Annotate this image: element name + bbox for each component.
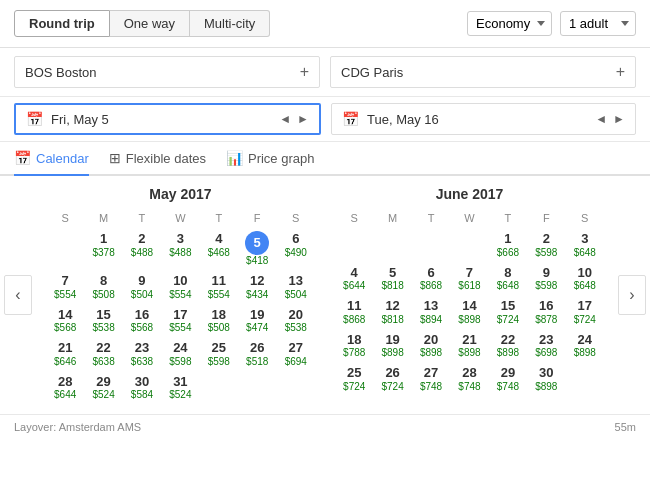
calendar-day-cell[interactable]: 27$748: [412, 362, 450, 396]
origin-input[interactable]: BOS Boston +: [14, 56, 320, 88]
calendar-day-cell[interactable]: 27$694: [277, 337, 315, 371]
calendar-day-cell[interactable]: 30$584: [123, 371, 161, 405]
day-number: 3: [161, 231, 199, 247]
calendar-day-cell[interactable]: 2$488: [123, 228, 161, 270]
calendar-day-cell[interactable]: 7$554: [46, 270, 84, 304]
calendar-day-cell[interactable]: 15$724: [489, 295, 527, 329]
calendar-day-cell[interactable]: 17$724: [566, 295, 604, 329]
class-select[interactable]: Economy Business First: [467, 11, 552, 36]
calendar-day-cell[interactable]: 26$724: [373, 362, 411, 396]
calendar-day-cell[interactable]: 20$538: [277, 304, 315, 338]
depart-prev-arrow[interactable]: ◄: [279, 112, 291, 126]
calendar-day-cell[interactable]: 24$598: [161, 337, 199, 371]
calendar-day-cell[interactable]: 2$598: [527, 228, 565, 262]
calendar-day-cell[interactable]: 10$554: [161, 270, 199, 304]
calendar-day-cell[interactable]: 18$788: [335, 329, 373, 363]
day-number: 4: [335, 265, 373, 281]
return-nav: ◄ ►: [595, 112, 625, 126]
calendar-day-cell[interactable]: 5$418: [238, 228, 277, 270]
calendar-day-cell[interactable]: 12$434: [238, 270, 277, 304]
day-number: 24: [566, 332, 604, 348]
calendar-day-cell[interactable]: 6$868: [412, 262, 450, 296]
calendar-day-cell[interactable]: 29$524: [84, 371, 122, 405]
weekday-header: T: [489, 210, 527, 228]
calendar-day-cell[interactable]: 20$898: [412, 329, 450, 363]
calendar-day-cell[interactable]: 3$488: [161, 228, 199, 270]
depart-next-arrow[interactable]: ►: [297, 112, 309, 126]
calendar-day-cell[interactable]: 14$568: [46, 304, 84, 338]
calendar-day-cell[interactable]: 29$748: [489, 362, 527, 396]
day-number: 16: [123, 307, 161, 323]
day-price: $468: [200, 247, 238, 259]
calendar-day-cell[interactable]: 13$894: [412, 295, 450, 329]
calendar-day-cell[interactable]: 9$504: [123, 270, 161, 304]
day-price: $724: [489, 314, 527, 326]
calendar-day-cell[interactable]: 1$378: [84, 228, 122, 270]
calendar-day-cell[interactable]: 16$878: [527, 295, 565, 329]
one-way-button[interactable]: One way: [110, 10, 190, 37]
calendar-day-cell[interactable]: 8$508: [84, 270, 122, 304]
day-number: 15: [84, 307, 122, 323]
calendar-day-cell[interactable]: 15$538: [84, 304, 122, 338]
calendar-day-cell[interactable]: 21$898: [450, 329, 488, 363]
day-number: 25: [200, 340, 238, 356]
return-next-arrow[interactable]: ►: [613, 112, 625, 126]
calendar-day-cell[interactable]: 21$646: [46, 337, 84, 371]
calendar-day-cell[interactable]: 23$698: [527, 329, 565, 363]
calendar-day-cell[interactable]: 28$748: [450, 362, 488, 396]
calendar-day-cell: [373, 228, 411, 262]
calendar-day-cell[interactable]: 28$644: [46, 371, 84, 405]
calendar-day-cell[interactable]: 31$524: [161, 371, 199, 405]
calendar-day-cell[interactable]: 3$648: [566, 228, 604, 262]
calendar-day-cell[interactable]: 17$554: [161, 304, 199, 338]
calendar-day-cell[interactable]: 26$518: [238, 337, 277, 371]
destination-input[interactable]: CDG Paris +: [330, 56, 636, 88]
day-price: $648: [489, 280, 527, 292]
calendar-prev-button[interactable]: ‹: [4, 275, 32, 315]
calendar-day-cell[interactable]: 18$508: [200, 304, 238, 338]
calendar-day-cell[interactable]: 4$644: [335, 262, 373, 296]
day-number: 10: [566, 265, 604, 281]
multi-city-button[interactable]: Multi-city: [190, 10, 270, 37]
calendar-day-cell[interactable]: 14$898: [450, 295, 488, 329]
calendar-day-cell[interactable]: 4$468: [200, 228, 238, 270]
day-price: $868: [335, 314, 373, 326]
calendar-day-cell[interactable]: 23$638: [123, 337, 161, 371]
calendar-day-cell[interactable]: 8$648: [489, 262, 527, 296]
return-prev-arrow[interactable]: ◄: [595, 112, 607, 126]
pricegraph-tab-label: Price graph: [248, 151, 314, 166]
day-price: $748: [450, 381, 488, 393]
tab-calendar[interactable]: 📅 Calendar: [14, 150, 89, 176]
calendar-day-cell[interactable]: 24$898: [566, 329, 604, 363]
calendar-day-cell[interactable]: 25$598: [200, 337, 238, 371]
calendar-day-cell[interactable]: 5$818: [373, 262, 411, 296]
calendar-day-cell[interactable]: 11$554: [200, 270, 238, 304]
calendar-day-cell[interactable]: 1$668: [489, 228, 527, 262]
calendar-day-cell[interactable]: 10$648: [566, 262, 604, 296]
origin-plus[interactable]: +: [300, 63, 309, 81]
calendar-day-cell[interactable]: 7$618: [450, 262, 488, 296]
destination-plus[interactable]: +: [616, 63, 625, 81]
calendar-next-button[interactable]: ›: [618, 275, 646, 315]
tab-pricegraph[interactable]: 📊 Price graph: [226, 150, 314, 176]
calendar-day-cell[interactable]: 22$898: [489, 329, 527, 363]
calendar-day-cell[interactable]: 22$638: [84, 337, 122, 371]
calendar-day-cell[interactable]: 16$568: [123, 304, 161, 338]
adults-select[interactable]: 1 adult 2 adults 3 adults: [560, 11, 636, 36]
calendar-day-cell[interactable]: 19$898: [373, 329, 411, 363]
calendar-day-cell[interactable]: 6$490: [277, 228, 315, 270]
day-number: 21: [450, 332, 488, 348]
return-date-box[interactable]: 📅 Tue, May 16 ◄ ►: [331, 103, 636, 135]
day-number: 14: [46, 307, 84, 323]
calendar-day-cell[interactable]: 11$868: [335, 295, 373, 329]
round-trip-button[interactable]: Round trip: [14, 10, 110, 37]
day-price: $554: [161, 289, 199, 301]
calendar-day-cell[interactable]: 19$474: [238, 304, 277, 338]
calendar-day-cell[interactable]: 25$724: [335, 362, 373, 396]
tab-flexible[interactable]: ⊞ Flexible dates: [109, 150, 206, 176]
calendar-day-cell[interactable]: 30$898: [527, 362, 565, 396]
depart-date-box[interactable]: 📅 Fri, May 5 ◄ ►: [14, 103, 321, 135]
calendar-day-cell[interactable]: 9$598: [527, 262, 565, 296]
calendar-day-cell[interactable]: 12$818: [373, 295, 411, 329]
calendar-day-cell[interactable]: 13$504: [277, 270, 315, 304]
